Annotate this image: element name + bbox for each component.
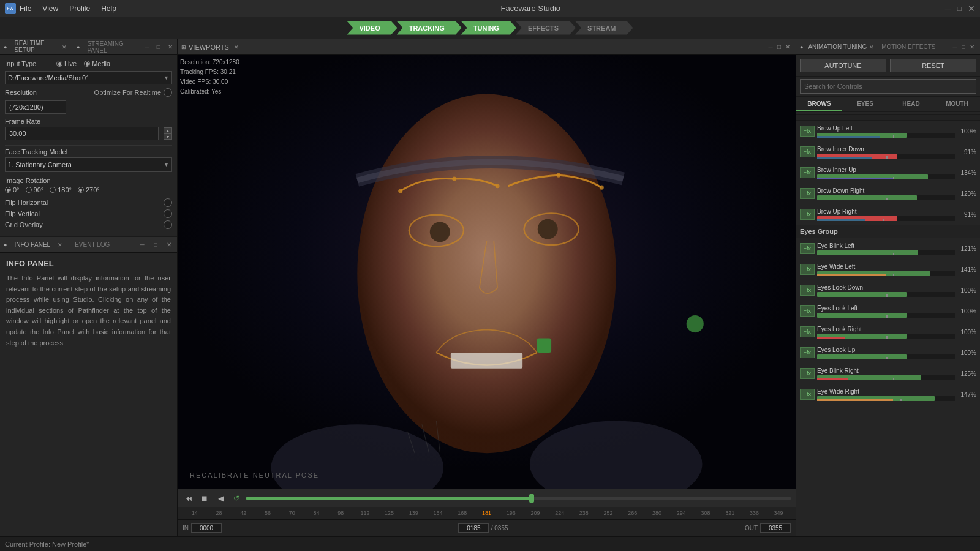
playback-controls: ⏮ ⏹ ◀ ↺: [178, 489, 796, 507]
motion-effects-tab[interactable]: MOTION EFFECTS: [879, 43, 938, 51]
info-panel-minimize[interactable]: ─: [138, 241, 146, 249]
control-pct: 134%: [958, 170, 976, 176]
close-button[interactable]: ✕: [968, 4, 975, 13]
fx-button[interactable]: +fx: [800, 368, 815, 379]
tab-mouth[interactable]: MOUTH: [934, 97, 980, 111]
menu-help[interactable]: Help: [101, 4, 116, 13]
right-panel-minimize[interactable]: ─: [951, 43, 959, 51]
fx-button[interactable]: +fx: [800, 188, 815, 199]
anim-tuning-close[interactable]: ✕: [869, 44, 874, 50]
right-panel-float[interactable]: □: [959, 43, 968, 51]
rotation-90-radio[interactable]: 90°: [26, 186, 44, 193]
media-path-dropdown[interactable]: D:/Faceware/Media/Shot01 ▼: [5, 71, 172, 84]
control-pct: 100%: [958, 128, 976, 135]
control-sub-bar: [817, 178, 893, 179]
info-panel-icon: ●: [4, 242, 7, 248]
pipeline-tracking[interactable]: TRACKING: [397, 21, 462, 35]
tab-brows[interactable]: BROWS: [796, 97, 842, 111]
framerate-input[interactable]: 30.00: [5, 127, 159, 140]
menu-view[interactable]: View: [42, 4, 58, 13]
minimize-button[interactable]: ─: [945, 4, 951, 13]
control-bar-bg[interactable]: [817, 195, 956, 200]
fx-button[interactable]: +fx: [800, 389, 815, 400]
fx-button[interactable]: +fx: [800, 146, 815, 157]
fx-button[interactable]: +fx: [800, 285, 815, 296]
panel-float-left[interactable]: □: [156, 43, 162, 51]
control-bar-bg[interactable]: [817, 292, 956, 297]
pipeline-tuning[interactable]: TUNING: [461, 21, 516, 35]
flip-vertical-radio[interactable]: [164, 209, 172, 218]
fx-button[interactable]: +fx: [800, 264, 815, 275]
fx-button[interactable]: +fx: [800, 326, 815, 337]
input-media-radio[interactable]: Media: [84, 60, 110, 67]
fx-button[interactable]: +fx: [800, 243, 815, 254]
control-bar-bg[interactable]: [817, 174, 956, 179]
info-panel-tab-close[interactable]: ✕: [58, 242, 62, 248]
maximize-button[interactable]: □: [957, 4, 962, 13]
control-bar-bg[interactable]: [817, 313, 956, 318]
viewport-close-btn[interactable]: ✕: [783, 43, 792, 51]
rotation-0-radio[interactable]: 0°: [5, 186, 20, 193]
play-prev-btn[interactable]: ⏹: [198, 492, 211, 504]
in-value-input[interactable]: [191, 523, 222, 533]
fx-button[interactable]: +fx: [800, 209, 815, 220]
realtime-setup-tab[interactable]: REALTIME SETUP: [12, 39, 57, 54]
search-input[interactable]: [800, 79, 976, 94]
rotation-270-radio[interactable]: 270°: [78, 186, 100, 193]
streaming-panel-tab[interactable]: STREAMING PANEL: [85, 40, 134, 54]
pipeline-video[interactable]: VIDEO: [347, 21, 397, 35]
tracking-model-dropdown[interactable]: 1. Stationary Camera ▼: [5, 157, 172, 172]
control-bar-bg[interactable]: [817, 271, 956, 276]
info-panel-tab[interactable]: INFO PANEL: [12, 241, 53, 249]
fx-button[interactable]: +fx: [800, 347, 815, 358]
current-frame-input[interactable]: [458, 523, 489, 533]
play-begin-btn[interactable]: ⏮: [183, 492, 195, 504]
framerate-up[interactable]: ▲: [164, 127, 172, 133]
info-panel-close[interactable]: ✕: [165, 241, 173, 249]
control-bar-bg[interactable]: [817, 334, 956, 339]
control-name: Brow Up Right: [817, 208, 956, 215]
viewport-float[interactable]: □: [775, 43, 783, 51]
panel-minimize-left[interactable]: ─: [144, 43, 151, 51]
menu-file[interactable]: File: [20, 4, 31, 13]
viewport-close[interactable]: ✕: [234, 44, 239, 50]
autotune-button[interactable]: AUTOTUNE: [800, 59, 886, 72]
fx-button[interactable]: +fx: [800, 126, 815, 137]
control-name: Eyes Look Right: [817, 326, 956, 332]
timeline-scrubber[interactable]: [246, 497, 791, 500]
tab-head[interactable]: HEAD: [888, 97, 934, 111]
fx-button[interactable]: +fx: [800, 305, 815, 317]
rotation-180-radio[interactable]: 180°: [50, 186, 72, 193]
pipeline-effects[interactable]: EFFECTS: [516, 21, 576, 35]
menu-profile[interactable]: Profile: [69, 4, 90, 13]
control-bar-bg[interactable]: [817, 396, 956, 401]
pipeline-stream[interactable]: STREAM: [575, 21, 633, 35]
info-panel-section: ● INFO PANEL ✕ EVENT LOG ─ □ ✕ INFO PANE…: [0, 237, 177, 536]
group-header-eyes: Eyes Group: [796, 225, 980, 238]
grid-overlay-radio[interactable]: [164, 220, 172, 229]
play-loop-btn[interactable]: ↺: [230, 492, 243, 504]
fx-button[interactable]: +fx: [800, 167, 815, 178]
framerate-down[interactable]: ▼: [164, 133, 172, 140]
optimize-radio[interactable]: [164, 88, 172, 97]
anim-tuning-tab[interactable]: ANIMATION TUNING: [805, 43, 869, 51]
tab-close-realtime[interactable]: ✕: [62, 44, 67, 50]
control-bar-bg[interactable]: [817, 216, 956, 221]
control-bar-bg[interactable]: [817, 250, 956, 255]
viewport-minimize[interactable]: ─: [766, 43, 775, 51]
control-bar-bg[interactable]: [817, 354, 956, 359]
control-bar-bg[interactable]: [817, 375, 956, 380]
tab-eyes[interactable]: EYES: [842, 97, 888, 111]
right-panel-close[interactable]: ✕: [968, 43, 976, 51]
event-log-tab[interactable]: EVENT LOG: [72, 241, 112, 249]
play-back-btn[interactable]: ◀: [214, 492, 227, 504]
info-panel-float[interactable]: □: [151, 241, 160, 249]
reset-button[interactable]: RESET: [890, 59, 976, 72]
panel-close-left[interactable]: ✕: [167, 43, 173, 51]
flip-horizontal-radio[interactable]: [164, 198, 172, 207]
control-bar-bg[interactable]: [817, 154, 956, 159]
out-value-input[interactable]: [760, 523, 791, 533]
frame-numbers: 1428425670849811212513915416818119620922…: [178, 507, 796, 519]
input-live-radio[interactable]: Live: [56, 60, 77, 67]
control-bar-bg[interactable]: [817, 133, 956, 138]
